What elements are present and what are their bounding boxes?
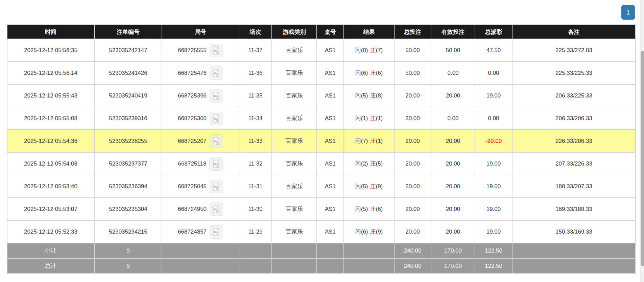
- empty-cell: [512, 259, 635, 273]
- game-type-cell: 百家乐: [272, 39, 316, 61]
- empty-cell: [239, 243, 271, 258]
- remark-cell: 225.33/272.83: [512, 39, 635, 61]
- table-row: 2025-12-12 05:54:36 523035238255 6687252…: [7, 130, 635, 152]
- game-type-cell: 百家乐: [272, 107, 316, 129]
- result-player-score: (0): [361, 47, 368, 53]
- result-player-label: 闲: [355, 92, 361, 99]
- payout-cell: 19.00: [475, 175, 512, 197]
- total-bet-link[interactable]: 20.00: [395, 153, 431, 175]
- remark-cell: 225.33/225.33: [512, 62, 635, 84]
- video-replay-button[interactable]: [210, 225, 223, 239]
- video-replay-button[interactable]: [210, 134, 223, 148]
- video-replay-icon: [212, 137, 221, 146]
- result-cell: 闲(0)庄(7): [344, 39, 394, 61]
- empty-cell: [344, 243, 394, 258]
- result-banker-score: (9): [376, 229, 383, 235]
- video-replay-button[interactable]: [210, 89, 223, 103]
- result-cell: 闲(6)庄(9): [344, 221, 394, 243]
- bet-id-cell: 523035240419: [95, 85, 162, 107]
- column-header-round: 局号: [162, 25, 239, 39]
- total-bet-link[interactable]: 50.00: [395, 62, 431, 84]
- video-replay-icon: [212, 205, 221, 214]
- result-player-score: (7): [361, 138, 368, 144]
- video-replay-button[interactable]: [209, 157, 223, 171]
- result-cell: 闲(7)庄(1): [344, 130, 394, 152]
- result-cell: 闲(2)庄(5): [344, 153, 394, 175]
- total-bet-link[interactable]: 20.00: [395, 107, 431, 129]
- payout-cell: 0.00: [475, 107, 512, 129]
- game-type-cell: 百家乐: [272, 85, 316, 107]
- pagination-page-1-button[interactable]: 1: [621, 5, 635, 20]
- empty-cell: [272, 243, 316, 258]
- payout-cell: 19.00: [475, 153, 512, 175]
- session-cell: 11-30: [239, 198, 271, 220]
- remark-cell: 206.33/206.33: [512, 107, 635, 129]
- empty-cell: [272, 259, 316, 273]
- time-cell: 2025-12-12 05:55:43: [7, 85, 94, 107]
- session-cell: 11-36: [239, 62, 271, 84]
- video-replay-button[interactable]: [210, 180, 223, 193]
- table-number-cell: AS1: [317, 175, 343, 197]
- table-number-cell: AS1: [317, 107, 343, 129]
- bet-id-cell: 523035234215: [95, 221, 162, 243]
- table-row: 2025-12-12 05:55:08 523035239316 6687253…: [7, 107, 635, 129]
- video-replay-button[interactable]: [210, 44, 223, 57]
- result-banker-label: 庄: [370, 115, 376, 122]
- table-row: 2025-12-12 05:56:14 523035241426 6687254…: [7, 62, 635, 84]
- total-bet-link[interactable]: 50.00: [395, 39, 431, 61]
- result-banker-label: 庄: [370, 229, 376, 235]
- result-banker-score: (6): [376, 206, 383, 212]
- result-banker-score: (9): [376, 183, 383, 190]
- result-player-label: 闲: [355, 183, 361, 190]
- column-header-time: 时间: [7, 25, 94, 39]
- game-type-cell: 百家乐: [272, 153, 316, 175]
- page-scrollbar-track[interactable]: [640, 0, 644, 282]
- result-banker-score: (7): [376, 47, 383, 53]
- session-cell: 11-34: [239, 107, 271, 129]
- total-bet-link[interactable]: 20.00: [395, 198, 431, 220]
- round-cell: 668724857: [162, 221, 239, 243]
- payout-cell: 47.50: [475, 39, 512, 61]
- round-number: 668725118: [178, 160, 207, 167]
- session-cell: 11-32: [239, 153, 271, 175]
- video-replay-icon: [212, 159, 220, 168]
- round-number: 668725300: [178, 115, 207, 122]
- total-bet-link[interactable]: 20.00: [395, 130, 431, 152]
- table-number-cell: AS1: [317, 85, 343, 107]
- table-row: 2025-12-12 05:53:07 523035235304 6687249…: [7, 198, 635, 220]
- total-bet-link[interactable]: 20.00: [395, 175, 431, 197]
- summary-row: 总计 9 240.00 170.00 122.50: [7, 259, 635, 273]
- time-cell: 2025-12-12 05:53:40: [7, 175, 94, 197]
- game-type-cell: 百家乐: [272, 62, 316, 84]
- session-cell: 11-35: [239, 85, 271, 107]
- payout-cell: 19.00: [475, 221, 512, 243]
- video-replay-button[interactable]: [210, 202, 223, 216]
- video-replay-icon: [212, 227, 221, 236]
- total-bet-link[interactable]: 20.00: [395, 221, 431, 243]
- summary-valid-bet-cell: 170.00: [431, 243, 475, 258]
- time-cell: 2025-12-12 05:55:08: [7, 107, 94, 129]
- valid-bet-cell: 20.00: [431, 175, 475, 197]
- video-replay-button[interactable]: [210, 66, 223, 80]
- remark-cell: 206.33/225.33: [512, 85, 635, 107]
- time-cell: 2025-12-12 05:54:08: [7, 153, 94, 175]
- summary-total-bet-cell: 240.00: [395, 259, 431, 273]
- video-replay-icon: [212, 69, 221, 78]
- result-banker-score: (8): [376, 92, 383, 99]
- video-replay-icon: [212, 114, 221, 123]
- session-cell: 11-33: [239, 130, 271, 152]
- video-replay-button[interactable]: [210, 112, 223, 125]
- summary-payout-cell: 122.50: [475, 243, 512, 258]
- bet-id-cell: 523035238255: [95, 130, 162, 152]
- valid-bet-cell: 20.00: [431, 153, 475, 175]
- result-banker-label: 庄: [370, 138, 376, 144]
- valid-bet-cell: 50.00: [431, 39, 475, 61]
- total-bet-link[interactable]: 20.00: [395, 85, 431, 107]
- round-cell: 668725207: [162, 130, 239, 152]
- summary-label-cell: 总计: [7, 259, 94, 273]
- result-banker-label: 庄: [370, 160, 376, 167]
- table-number-cell: AS1: [317, 153, 343, 175]
- page-scrollbar-thumb[interactable]: [641, 51, 644, 266]
- payout-cell: -20.00: [475, 130, 512, 152]
- column-header-valid-bet: 有效投注: [431, 25, 475, 39]
